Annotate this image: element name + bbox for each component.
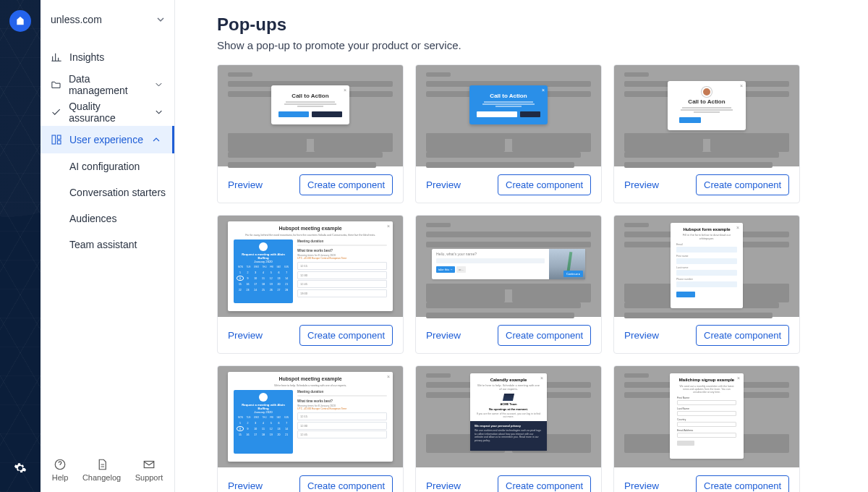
template-card: × Hubspot form example Fill in the form … — [613, 215, 800, 354]
popup-preview: × Hubspot meeting example Far far away, … — [228, 221, 393, 311]
check-icon — [51, 106, 61, 118]
create-component-button[interactable]: Create component — [696, 475, 789, 493]
nav-label: Quality assurance — [69, 101, 146, 124]
support-link[interactable]: Support — [135, 458, 163, 482]
popup-preview: × Hubspot meeting example We're here to … — [228, 372, 393, 462]
nav-team-assistant[interactable]: Team assistant — [69, 232, 174, 258]
template-card: Hello, what's your name? take this →or..… — [415, 215, 602, 354]
popup-preview: × Call to Action — [271, 85, 349, 124]
template-thumb: × Call to Action — [416, 65, 601, 166]
create-component-button[interactable]: Create component — [299, 325, 393, 346]
create-component-button[interactable]: Create component — [299, 475, 393, 493]
preview-link[interactable]: Preview — [426, 330, 461, 341]
svg-rect-4 — [144, 462, 154, 468]
close-icon: × — [542, 88, 545, 93]
popup-preview: × Calendly example We're here to help. S… — [470, 373, 547, 451]
template-card: × Hubspot meeting example We're here to … — [217, 365, 404, 492]
svg-rect-1 — [57, 135, 61, 139]
create-component-button[interactable]: Create component — [498, 325, 591, 346]
popup-preview: Hello, what's your name? take this →or..… — [432, 249, 585, 279]
nav-insights[interactable]: Insights — [41, 43, 174, 71]
preview-link[interactable]: Preview — [228, 480, 263, 491]
preview-link[interactable]: Preview — [228, 330, 263, 341]
sidebar-nav: Insights Data management Quality assuran… — [41, 39, 174, 451]
help-link[interactable]: Help — [52, 458, 69, 482]
banner-image: Continue ▸ — [549, 249, 585, 279]
svg-rect-2 — [57, 140, 61, 144]
template-thumb: × Hubspot meeting example We're here to … — [218, 366, 403, 467]
preview-link[interactable]: Preview — [624, 330, 659, 341]
nav-label: Insights — [69, 51, 104, 63]
close-icon: × — [737, 376, 740, 381]
nav-data-management[interactable]: Data management — [41, 71, 174, 98]
create-component-button[interactable]: Create component — [696, 174, 789, 195]
template-card: × Call to Action Preview Create componen… — [613, 64, 800, 203]
close-icon: × — [736, 225, 739, 230]
template-card: × Hubspot meeting example Far far away, … — [217, 215, 404, 354]
popup-preview: × Call to Action — [668, 81, 746, 130]
template-card: × Mailchimp signup example We send out a… — [613, 365, 800, 492]
nav-label: User experience — [69, 134, 143, 145]
changelog-link[interactable]: Changelog — [82, 458, 121, 482]
popup-preview: × Call to Action — [469, 85, 548, 124]
template-thumb: × Call to Action — [614, 65, 799, 166]
document-icon — [95, 458, 109, 471]
create-component-button[interactable]: Create component — [498, 475, 591, 493]
template-card: × Call to Action Preview Create componen… — [415, 64, 602, 203]
template-thumb: × Mailchimp signup example We send out a… — [614, 366, 799, 467]
help-icon — [54, 458, 67, 471]
create-component-button[interactable]: Create component — [299, 174, 393, 195]
caret-down-icon — [157, 16, 164, 23]
site-selector-label: unless.com — [51, 14, 102, 25]
popup-preview: × Mailchimp signup example We send out a… — [670, 373, 744, 459]
calendar-widget: Request a meeting with Alain Buffing Jan… — [234, 239, 293, 303]
main-content: Pop-ups Show a pop-up to promote your pr… — [175, 0, 868, 492]
chevron-down-icon — [153, 106, 164, 118]
layout-icon — [51, 134, 62, 145]
preview-link[interactable]: Preview — [624, 179, 659, 190]
template-thumb: Hello, what's your name? take this →or..… — [416, 216, 601, 317]
mail-icon — [142, 458, 156, 471]
nav-quality-assurance[interactable]: Quality assurance — [41, 98, 174, 126]
nav-label: Data management — [69, 73, 146, 96]
template-thumb: × Hubspot meeting example Far far away, … — [218, 216, 403, 317]
create-component-button[interactable]: Create component — [498, 174, 591, 195]
template-grid: × Call to Action Preview Create componen… — [217, 64, 848, 492]
chevron-up-icon — [150, 134, 162, 145]
preview-link[interactable]: Preview — [228, 179, 263, 190]
folder-icon — [51, 79, 61, 90]
close-icon: × — [387, 224, 390, 229]
app-rail — [0, 0, 41, 492]
page-subtitle: Show a pop-up to promote your product or… — [217, 39, 848, 51]
nav-conversation-starters[interactable]: Conversation starters — [69, 179, 174, 205]
sidebar: unless.com Insights Data management Qual… — [41, 0, 175, 492]
nav-user-experience[interactable]: User experience — [41, 126, 174, 153]
app-logo[interactable] — [9, 10, 31, 32]
chevron-down-icon — [153, 79, 164, 90]
preview-link[interactable]: Preview — [426, 480, 461, 491]
popup-preview: × Hubspot form example Fill in the form … — [671, 223, 743, 308]
nav-sub-items: AI configuration Conversation starters A… — [41, 153, 174, 258]
nav-ai-configuration[interactable]: AI configuration — [69, 153, 174, 179]
template-thumb: × Calendly example We're here to help. S… — [416, 366, 601, 467]
template-thumb: × Call to Action — [218, 65, 403, 166]
time-slots: Meeting duration What time works best? S… — [297, 390, 387, 454]
template-card: × Calendly example We're here to help. S… — [415, 365, 602, 492]
settings-icon[interactable] — [14, 462, 27, 478]
preview-link[interactable]: Preview — [426, 179, 461, 190]
preview-link[interactable]: Preview — [624, 480, 659, 491]
time-slots: Meeting duration What time works best? S… — [297, 239, 387, 303]
calendar-widget: Request a meeting with Alain Buffing Jan… — [234, 390, 293, 454]
calendly-logo-icon — [503, 394, 514, 401]
sidebar-footer: Help Changelog Support — [41, 451, 174, 492]
create-component-button[interactable]: Create component — [696, 325, 789, 346]
close-icon: × — [740, 83, 743, 88]
close-icon: × — [344, 88, 346, 93]
template-card: × Call to Action Preview Create componen… — [217, 64, 404, 203]
close-icon: × — [387, 374, 390, 379]
site-selector[interactable]: unless.com — [41, 0, 174, 39]
nav-audiences[interactable]: Audiences — [69, 205, 174, 232]
page-title: Pop-ups — [217, 14, 848, 35]
bar-chart-icon — [51, 51, 62, 63]
avatar-icon — [702, 87, 712, 97]
